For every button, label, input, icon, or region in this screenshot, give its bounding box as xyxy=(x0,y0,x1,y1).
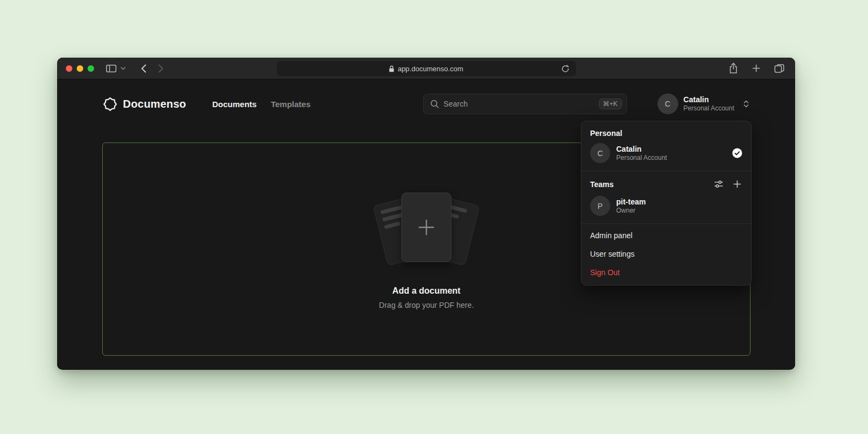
primary-nav: Documents Templates xyxy=(212,100,311,109)
new-tab-icon[interactable] xyxy=(750,62,762,75)
documenso-logo-icon xyxy=(103,97,117,111)
personal-account-name: Catalin xyxy=(616,144,667,154)
personal-account-subtitle: Personal Account xyxy=(616,154,667,163)
chevron-up-down-icon xyxy=(743,100,749,108)
illustration-card-center xyxy=(401,193,451,262)
lock-icon xyxy=(389,65,394,72)
zoom-window-button[interactable] xyxy=(88,65,94,72)
search-icon xyxy=(430,100,439,109)
personal-account-item[interactable]: C Catalin Personal Account xyxy=(581,143,751,171)
team-avatar: P xyxy=(590,196,610,216)
menu-item-user-settings[interactable]: User settings xyxy=(581,245,751,263)
brand[interactable]: Documenso xyxy=(103,97,186,111)
avatar: C xyxy=(590,143,610,163)
dropzone-subtitle: Drag & drop your PDF here. xyxy=(379,301,474,309)
tab-overview-icon[interactable] xyxy=(772,62,786,75)
reload-icon[interactable] xyxy=(559,63,572,75)
team-role: Owner xyxy=(616,207,646,215)
search-shortcut-badge: ⌘+K xyxy=(599,98,622,109)
nav-documents[interactable]: Documents xyxy=(212,100,257,109)
account-subtitle: Personal Account xyxy=(684,104,734,113)
nav-templates[interactable]: Templates xyxy=(271,100,311,109)
avatar: C xyxy=(658,94,678,114)
app-header: Documenso Documents Templates ⌘+K C Cata… xyxy=(57,79,795,114)
team-item[interactable]: P pit-team Owner xyxy=(581,196,751,224)
account-dropdown-menu: Personal C Catalin Personal Account Team… xyxy=(581,121,752,286)
team-name: pit-team xyxy=(616,197,646,207)
personal-section-label: Personal xyxy=(581,121,751,143)
sidebar-chevron-down-icon[interactable] xyxy=(119,65,128,72)
teams-section-label: Teams xyxy=(590,180,613,189)
search-box[interactable]: ⌘+K xyxy=(423,94,627,114)
minimize-window-button[interactable] xyxy=(77,65,83,72)
traffic-lights xyxy=(66,65,94,72)
account-name: Catalin xyxy=(684,95,734,105)
manage-teams-icon[interactable] xyxy=(713,178,724,190)
browser-toolbar: app.documenso.com xyxy=(57,58,795,79)
sidebar-toggle-icon[interactable] xyxy=(104,63,119,75)
check-circle-icon xyxy=(732,148,742,158)
url-text: app.documenso.com xyxy=(398,65,463,73)
search-input[interactable] xyxy=(444,100,594,108)
close-window-button[interactable] xyxy=(66,65,72,72)
forward-button[interactable] xyxy=(156,62,166,75)
menu-item-sign-out[interactable]: Sign Out xyxy=(581,263,751,285)
documents-illustration xyxy=(367,189,486,270)
menu-item-admin-panel[interactable]: Admin panel xyxy=(581,224,751,245)
plus-icon xyxy=(417,218,436,237)
address-bar[interactable]: app.documenso.com xyxy=(277,61,576,76)
teams-section-header: Teams xyxy=(581,171,751,196)
dropzone-title: Add a document xyxy=(392,286,460,296)
back-button[interactable] xyxy=(139,62,148,75)
brand-name: Documenso xyxy=(123,98,186,110)
share-icon[interactable] xyxy=(727,60,740,76)
create-team-plus-icon[interactable] xyxy=(732,179,742,189)
browser-window: app.documenso.com Documenso xyxy=(57,58,795,370)
account-menu-trigger[interactable]: C Catalin Personal Account xyxy=(658,94,749,114)
